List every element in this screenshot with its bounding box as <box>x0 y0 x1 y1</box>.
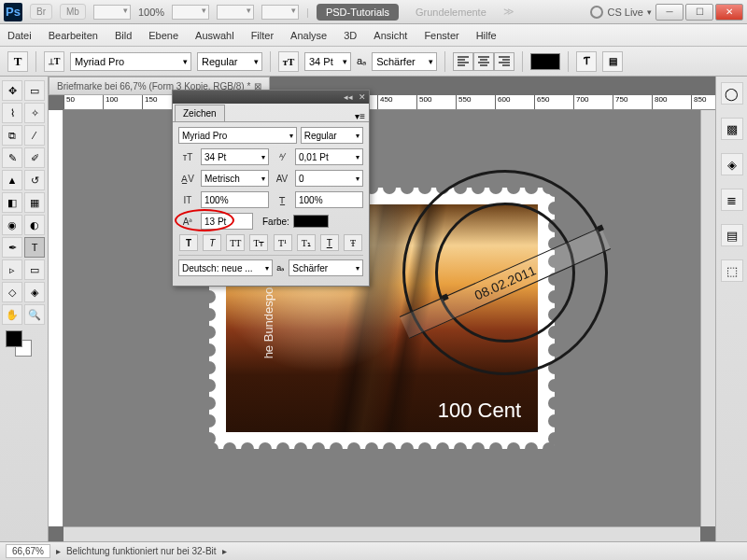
menu-bild[interactable]: Bild <box>115 30 132 41</box>
cslive-button[interactable]: CS Live <box>607 7 643 18</box>
smallcaps-button[interactable]: Tᴛ <box>249 234 268 251</box>
panel-tracking[interactable]: 0 <box>295 170 363 187</box>
status-zoom[interactable]: 66,67% <box>6 544 50 558</box>
menu-bar: Datei Bearbeiten Bild Ebene Auswahl Filt… <box>0 24 747 47</box>
orientation-toggle[interactable]: ⟂T <box>44 51 64 72</box>
path-select-tool[interactable]: ▹ <box>2 259 22 280</box>
workspace-tab-grund[interactable]: Grundelemente <box>406 4 496 21</box>
move-tool[interactable]: ✥ <box>2 80 22 101</box>
marquee-tool[interactable]: ▭ <box>24 80 45 101</box>
zoom-tool[interactable]: 🔍 <box>24 304 45 325</box>
type-tool[interactable]: T <box>24 237 45 258</box>
pen-tool[interactable]: ✒ <box>2 237 22 258</box>
healing-tool[interactable]: ✎ <box>2 147 22 168</box>
dodge-tool[interactable]: ◐ <box>24 215 45 235</box>
menu-ansicht[interactable]: Ansicht <box>374 30 407 41</box>
panel-antialias[interactable]: Schärfer <box>289 259 363 276</box>
font-family-field[interactable]: Myriad Pro <box>70 52 191 71</box>
antialias-field[interactable]: Schärfer <box>372 52 437 71</box>
maximize-button[interactable]: ☐ <box>685 4 713 21</box>
type-tool-preset[interactable]: T <box>7 51 28 72</box>
view-extras-dropdown[interactable] <box>172 5 209 20</box>
superscript-button[interactable]: T¹ <box>274 234 292 251</box>
font-weight-field[interactable]: Regular <box>197 52 262 71</box>
allcaps-button[interactable]: TT <box>226 234 245 251</box>
menu-hilfe[interactable]: Hilfe <box>476 30 497 41</box>
panel-vscale[interactable]: 100% <box>201 191 269 208</box>
antialias-label: aₐ <box>357 55 366 67</box>
panel-hscale[interactable]: 100% <box>295 191 363 208</box>
color-panel-icon[interactable]: ◯ <box>721 82 743 105</box>
panel-text-color[interactable] <box>293 215 329 228</box>
shape-tool[interactable]: ▭ <box>24 259 45 280</box>
hand-tool[interactable]: ✋ <box>2 304 22 325</box>
menu-bearbeiten[interactable]: Bearbeiten <box>49 30 98 41</box>
scrollbar-horizontal[interactable] <box>63 526 700 541</box>
3d-camera-tool[interactable]: ◈ <box>24 282 45 302</box>
panel-language[interactable]: Deutsch: neue ... <box>178 259 273 276</box>
panel-baseline-shift[interactable]: 13 Pt <box>201 213 253 230</box>
strike-button[interactable]: Ŧ <box>344 234 362 251</box>
layers-panel-icon[interactable]: ≣ <box>721 189 743 211</box>
warp-text-button[interactable]: Ƭ <box>576 51 597 72</box>
arrange-dropdown[interactable] <box>261 5 299 20</box>
color-label: Farbe: <box>262 217 289 227</box>
brush-tool[interactable]: ✐ <box>24 147 45 168</box>
bridge-button[interactable]: Br <box>30 4 52 20</box>
adjustments-panel-icon[interactable]: ◈ <box>721 153 743 175</box>
panel-font-size[interactable]: 34 Pt <box>201 148 269 165</box>
minibridge-button[interactable]: Mb <box>60 4 86 20</box>
ruler-horizontal[interactable]: 5010015020025030035040045050055060065070… <box>63 95 715 110</box>
paths-panel-icon[interactable]: ⬚ <box>721 259 743 282</box>
align-left-button[interactable] <box>453 52 473 71</box>
crop-tool[interactable]: ⧉ <box>2 125 22 146</box>
gradient-tool[interactable]: ▦ <box>24 192 45 213</box>
italic-button[interactable]: T <box>203 234 221 251</box>
panel-menu-icon[interactable]: ▾≡ <box>351 111 369 121</box>
panel-font-family[interactable]: Myriad Pro <box>178 127 297 144</box>
eyedropper-tool[interactable]: ⁄ <box>24 125 45 146</box>
eraser-tool[interactable]: ◧ <box>2 192 22 213</box>
character-panel-button[interactable]: ▤ <box>602 51 623 72</box>
subscript-button[interactable]: T₁ <box>297 234 316 251</box>
3d-tool[interactable]: ◇ <box>2 282 22 302</box>
stamp-tool[interactable]: ▲ <box>2 170 22 190</box>
foreground-color[interactable] <box>6 330 22 347</box>
layout-dropdown[interactable] <box>93 5 131 20</box>
minimize-button[interactable]: ─ <box>655 4 684 21</box>
menu-fenster[interactable]: Fenster <box>424 30 458 41</box>
align-center-button[interactable] <box>473 52 494 71</box>
lasso-tool[interactable]: ⌇ <box>2 103 22 123</box>
close-button[interactable]: ✕ <box>715 4 743 21</box>
color-picker[interactable] <box>2 330 46 358</box>
stamp-value-text: 100 Cent <box>438 399 521 423</box>
panel-kerning[interactable]: Metrisch <box>201 170 269 187</box>
character-panel[interactable]: ◂◂✕ Zeichen▾≡ Myriad Pro Regular тT 34 P… <box>172 90 370 287</box>
workspace-tab-psd[interactable]: PSD-Tutorials <box>317 4 399 21</box>
character-tab[interactable]: Zeichen <box>175 105 225 121</box>
menu-auswahl[interactable]: Auswahl <box>195 30 234 41</box>
magic-wand-tool[interactable]: ✧ <box>24 103 45 123</box>
scrollbar-vertical[interactable] <box>700 110 715 526</box>
menu-datei[interactable]: Datei <box>7 30 32 41</box>
text-color-swatch[interactable] <box>530 53 560 70</box>
panel-font-weight[interactable]: Regular <box>301 127 363 144</box>
align-right-button[interactable] <box>494 52 514 71</box>
zoom-display[interactable]: 100% <box>138 7 164 18</box>
menu-filter[interactable]: Filter <box>251 30 274 41</box>
ruler-vertical[interactable] <box>49 110 63 526</box>
history-brush-tool[interactable]: ↺ <box>24 170 45 190</box>
blur-tool[interactable]: ◉ <box>2 215 22 235</box>
screen-mode-dropdown[interactable] <box>217 5 254 20</box>
menu-3d[interactable]: 3D <box>344 30 357 41</box>
menu-analyse[interactable]: Analyse <box>290 30 327 41</box>
swatches-panel-icon[interactable]: ▩ <box>721 118 743 140</box>
bold-button[interactable]: T <box>179 234 198 251</box>
panel-collapse-icon[interactable]: ◂◂ <box>344 92 353 102</box>
panel-leading[interactable]: 0,01 Pt <box>295 148 363 165</box>
menu-ebene[interactable]: Ebene <box>148 30 178 41</box>
channels-panel-icon[interactable]: ▤ <box>721 224 743 246</box>
font-size-field[interactable]: 34 Pt <box>304 52 351 71</box>
underline-button[interactable]: T <box>320 234 339 251</box>
panel-close-icon[interactable]: ✕ <box>359 92 366 102</box>
